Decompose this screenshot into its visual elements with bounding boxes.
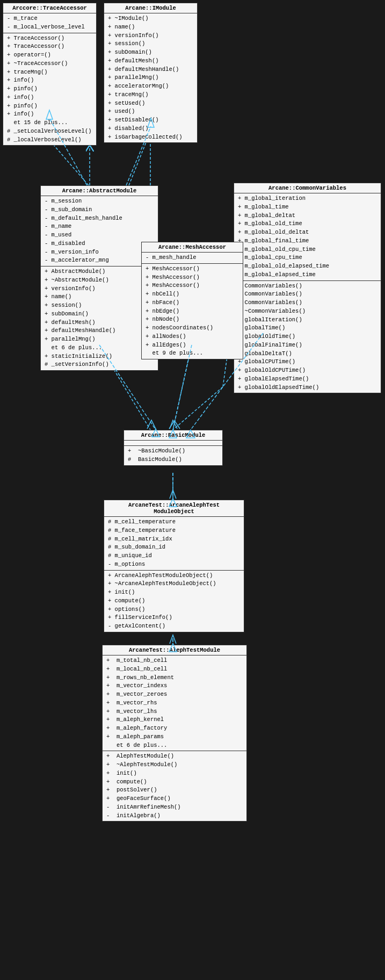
method-row: + parallelMng() — [107, 74, 194, 82]
method-row: # _setLocalVerboseLevel() — [6, 127, 93, 136]
field-row: - m_trace — [6, 15, 93, 23]
field-row: et 6 de plus... — [105, 741, 244, 750]
field-row: - m_local_verbose_level — [6, 23, 93, 32]
method-row: + nbCell() — [144, 290, 240, 299]
imodule-title: Arcane::IModule — [104, 3, 197, 13]
method-row: + ~ArcaneAlephTestModuleObject() — [107, 580, 241, 588]
method-row: et 6 de plus... — [43, 344, 155, 352]
trace-accessor-box: Arccore::TraceAccessor - m_trace - m_loc… — [3, 3, 97, 146]
method-row: + disabled() — [107, 125, 194, 133]
basic-module-methods: + ~BasicModule() # BasicModule() — [124, 446, 222, 465]
field-row: - m_name — [43, 222, 155, 231]
mesh-accessor-fields: - m_mesh_handle — [142, 253, 243, 264]
arcane-aleph-test-title: ArcaneTest::ArcaneAlephTestModuleObject — [104, 500, 244, 517]
svg-line-4 — [54, 145, 89, 185]
method-row: + name() — [43, 293, 155, 301]
field-row: + m_global_cpu_time — [237, 254, 378, 262]
method-row: + MeshAccessor() — [144, 265, 240, 273]
imodule-methods: + ~IModule() + name() + versionInfo() + … — [104, 13, 197, 142]
mesh-accessor-title: Arcane::MeshAccessor — [142, 242, 243, 253]
field-row: + m_global_deltat — [237, 212, 378, 220]
method-row: + ~AlephTestModule() — [105, 761, 244, 769]
method-row: + subDomain() — [107, 48, 194, 57]
method-row: + acceleratorMng() — [107, 82, 194, 91]
field-row: # m_unique_id — [107, 552, 241, 560]
method-row: + session() — [43, 301, 155, 310]
method-row: + globalTime() — [237, 324, 378, 333]
field-row: + m_vector_indexs — [105, 682, 244, 690]
field-row: - m_default_mesh_handle — [43, 214, 155, 223]
method-row: + defaultMeshHandle() — [107, 66, 194, 74]
method-row: + setDisabled() — [107, 116, 194, 125]
method-row: + nbFace() — [144, 299, 240, 307]
method-row: + AbstractModule() — [43, 268, 155, 276]
method-row: + defaultMesh() — [107, 57, 194, 66]
method-row: + globalCPUTime() — [237, 358, 378, 366]
field-row: + m_global_time — [237, 203, 378, 212]
method-row: + TraceAccessor() — [6, 42, 93, 51]
method-row: # BasicModule() — [127, 456, 220, 464]
method-row: + ~TraceAccessor() — [6, 60, 93, 68]
method-row: et 15 de plus... — [6, 119, 93, 127]
arcane-aleph-test-box: ArcaneTest::ArcaneAlephTestModuleObject … — [104, 500, 244, 632]
method-row: + setUsed() — [107, 99, 194, 108]
method-row: + ~IModule() — [107, 15, 194, 23]
method-row: + geoFaceSurface() — [105, 795, 244, 803]
method-row: + init() — [105, 769, 244, 778]
basic-module-box: Arcane::BasicModule + ~BasicModule() # B… — [124, 430, 223, 466]
common-variables-title: Arcane::CommonVariables — [234, 183, 381, 193]
field-row: + m_global_final_time — [237, 237, 378, 246]
imodule-box: Arcane::IModule + ~IModule() + name() + … — [104, 3, 198, 143]
field-row: + m_rows_nb_element — [105, 674, 244, 682]
method-row: + ~AbstractModule() — [43, 276, 155, 285]
field-row: + m_global_old_cpu_time — [237, 246, 378, 254]
field-row: + m_vector_lhs — [105, 708, 244, 716]
field-row: + m_global_old_time — [237, 220, 378, 228]
method-row: + parallelMng() — [43, 335, 155, 344]
arcane-aleph-test-fields: # m_cell_temperature # m_face_temperatur… — [104, 517, 244, 571]
method-row: + CommonVariables() — [237, 290, 378, 299]
mesh-accessor-box: Arcane::MeshAccessor - m_mesh_handle + M… — [141, 242, 243, 359]
abstract-module-methods: + AbstractModule() + ~AbstractModule() +… — [41, 266, 158, 370]
field-row: + m_aleph_params — [105, 733, 244, 741]
mesh-accessor-methods: + MeshAccessor() + MeshAccessor() + Mesh… — [142, 264, 243, 359]
method-row: - getAxlContent() — [107, 622, 241, 631]
method-row: + used() — [107, 107, 194, 116]
method-row: + nbNode() — [144, 315, 240, 324]
field-row: - m_mesh_handle — [144, 254, 240, 262]
method-row: + defaultMeshHandle() — [43, 327, 155, 335]
method-row: + CommonVariables() — [237, 282, 378, 291]
field-row: # m_cell_matrix_idx — [107, 535, 241, 544]
method-row: + globalIteration() — [237, 316, 378, 325]
method-row: + operator=() — [6, 51, 93, 60]
method-row: + globalOldTime() — [237, 333, 378, 341]
field-row: + m_global_old_deltat — [237, 228, 378, 237]
method-row: + session() — [107, 40, 194, 48]
field-row: # m_cell_temperature — [107, 518, 241, 527]
method-row: + MeshAccessor() — [144, 282, 240, 290]
common-variables-fields: + m_global_iteration + m_global_time + m… — [234, 193, 381, 281]
method-row: + globalOldCPUTime() — [237, 366, 378, 375]
method-row: + ~BasicModule() — [127, 447, 220, 456]
field-row: - m_session — [43, 197, 155, 206]
method-row: + name() — [107, 23, 194, 32]
method-row: + AlephTestModule() — [105, 752, 244, 761]
method-row: + TraceAccessor() — [6, 34, 93, 43]
method-row: + options() — [107, 606, 241, 614]
method-row: + fillServiceInfo() — [107, 614, 241, 622]
method-row: + compute() — [107, 597, 241, 606]
abstract-module-fields: - m_session - m_sub_domain - m_default_m… — [41, 196, 158, 266]
trace-accessor-fields: - m_trace - m_local_verbose_level — [3, 13, 96, 33]
field-row: + m_vector_zeroes — [105, 690, 244, 699]
basic-module-title: Arcane::BasicModule — [124, 430, 222, 441]
method-row: + nbEdge() — [144, 307, 240, 316]
method-row: + globalOldElapsedTime() — [237, 384, 378, 392]
abstract-module-box: Arcane::AbstractModule - m_session - m_s… — [40, 185, 158, 371]
common-variables-box: Arcane::CommonVariables + m_global_itera… — [234, 183, 381, 393]
arcane-aleph-test-methods: + ArcaneAlephTestModuleObject() + ~Arcan… — [104, 571, 244, 632]
field-row: - m_disabled — [43, 240, 155, 248]
method-row: + globalFinalTime() — [237, 341, 378, 350]
aleph-test-module-title: ArcaneTest::AlephTestModule — [103, 645, 246, 655]
method-row: # _localVerboseLevel() — [6, 136, 93, 145]
field-row: + m_total_nb_cell — [105, 657, 244, 665]
